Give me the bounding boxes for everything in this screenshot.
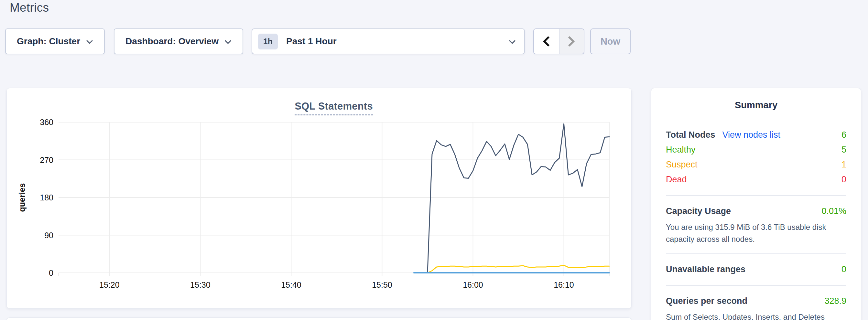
svg-text:90: 90 <box>44 231 53 240</box>
summary-row-unavailable-ranges: Unavailable ranges 0 <box>666 262 846 277</box>
summary-row-suspect: Suspect 1 <box>666 157 846 172</box>
chevron-down-icon <box>509 40 516 44</box>
dashboard-dropdown-label: Dashboard: Overview <box>125 36 219 46</box>
dead-label: Dead <box>666 172 687 187</box>
capacity-usage-description: You are using 315.9 MiB of 3.6 TiB usabl… <box>666 221 846 245</box>
previous-time-window-button[interactable] <box>534 29 559 54</box>
summary-panel: Summary Total Nodes View nodes list 6 He… <box>651 88 861 320</box>
summary-row-healthy: Healthy 5 <box>666 142 846 157</box>
queries-per-second-label: Queries per second <box>666 293 747 308</box>
unavailable-ranges-value: 0 <box>841 262 846 277</box>
total-nodes-label: Total Nodes <box>666 127 715 142</box>
healthy-label: Healthy <box>666 142 695 157</box>
unavailable-ranges-label: Unavailable ranges <box>666 262 745 277</box>
queries-per-second-description: Sum of Selects, Updates, Inserts, and De… <box>666 311 846 320</box>
healthy-value: 5 <box>841 142 846 157</box>
sql-statements-chart-plot[interactable]: 09018027036015:2015:3015:4015:5016:0016:… <box>7 88 632 309</box>
svg-text:16:10: 16:10 <box>554 280 574 289</box>
suspect-value: 1 <box>841 157 846 172</box>
queries-per-second-value: 328.9 <box>824 293 846 308</box>
now-button-label: Now <box>600 36 620 47</box>
page-title: Metrics <box>10 0 49 15</box>
yellow-line <box>428 265 609 273</box>
divider <box>666 195 846 196</box>
capacity-usage-value: 0.01% <box>822 204 846 219</box>
chevron-left-icon <box>542 36 550 47</box>
divider <box>666 253 846 254</box>
svg-text:16:00: 16:00 <box>463 280 483 289</box>
svg-text:15:30: 15:30 <box>190 280 211 289</box>
summary-row-dead: Dead 0 <box>666 172 846 187</box>
graph-source-dropdown[interactable]: Graph: Cluster <box>5 28 105 54</box>
time-range-badge: 1h <box>258 34 278 50</box>
chevron-down-icon <box>86 40 93 44</box>
svg-text:360: 360 <box>40 118 53 127</box>
capacity-usage-label: Capacity Usage <box>666 204 731 219</box>
svg-text:0: 0 <box>49 268 53 277</box>
view-nodes-list-link[interactable]: View nodes list <box>722 127 781 142</box>
svg-text:180: 180 <box>40 193 53 202</box>
time-window-stepper <box>533 28 584 54</box>
now-button[interactable]: Now <box>590 28 631 54</box>
metrics-toolbar: Graph: Cluster Dashboard: Overview 1h Pa… <box>5 28 631 54</box>
next-chart-card-partial <box>6 317 631 320</box>
sql-statements-chart-card: 09018027036015:2015:3015:4015:5016:0016:… <box>6 88 631 309</box>
summary-title: Summary <box>666 100 846 110</box>
divider <box>666 285 846 286</box>
svg-text:queries: queries <box>18 183 27 212</box>
suspect-label: Suspect <box>666 157 698 172</box>
dead-value: 0 <box>841 172 846 187</box>
total-nodes-value: 6 <box>841 127 846 142</box>
chevron-down-icon <box>224 40 231 44</box>
graph-source-dropdown-label: Graph: Cluster <box>17 36 80 46</box>
time-range-label: Past 1 Hour <box>286 36 509 46</box>
time-range-picker[interactable]: 1h Past 1 Hour <box>252 28 525 54</box>
svg-text:270: 270 <box>40 156 53 164</box>
svg-text:15:20: 15:20 <box>99 280 120 289</box>
summary-row-capacity: Capacity Usage 0.01% <box>666 204 846 219</box>
chart-title[interactable]: SQL Statements <box>294 100 373 116</box>
next-time-window-button[interactable] <box>559 29 584 54</box>
svg-text:15:50: 15:50 <box>372 280 392 289</box>
dashboard-dropdown[interactable]: Dashboard: Overview <box>114 28 243 54</box>
navy-line <box>428 124 609 272</box>
svg-text:15:40: 15:40 <box>281 280 301 289</box>
chevron-right-icon <box>567 36 575 47</box>
summary-row-qps: Queries per second 328.9 <box>666 293 846 308</box>
summary-row-total-nodes: Total Nodes View nodes list 6 <box>666 127 846 142</box>
